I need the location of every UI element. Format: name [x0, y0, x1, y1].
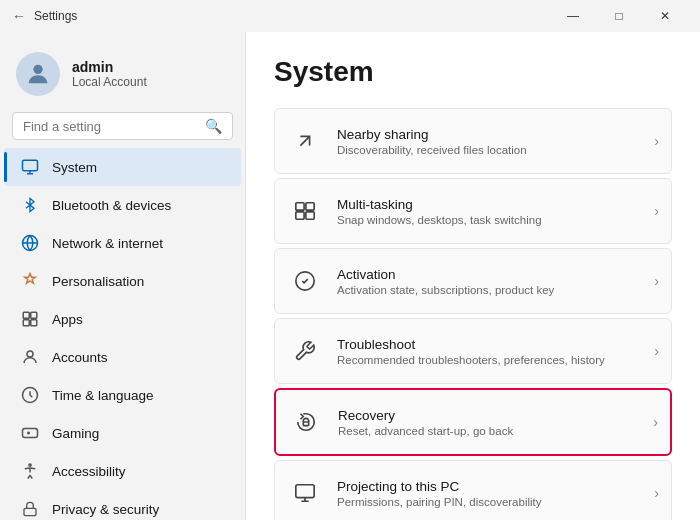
activation-title: Activation — [337, 267, 640, 282]
svg-rect-3 — [23, 312, 29, 318]
page-title: System — [274, 56, 672, 88]
troubleshoot-icon — [287, 333, 323, 369]
svg-rect-1 — [23, 160, 38, 171]
setting-item-troubleshoot[interactable]: Troubleshoot Recommended troubleshooters… — [274, 318, 672, 384]
time-icon — [20, 385, 40, 405]
nearby-sharing-arrow: › — [654, 133, 659, 149]
titlebar-title: Settings — [34, 9, 77, 23]
bluetooth-icon — [20, 195, 40, 215]
svg-rect-14 — [306, 203, 314, 210]
setting-item-recovery[interactable]: Recovery Reset, advanced start-up, go ba… — [274, 388, 672, 456]
setting-item-multi-tasking[interactable]: Multi-tasking Snap windows, desktops, ta… — [274, 178, 672, 244]
search-input[interactable] — [23, 119, 197, 134]
nav-item-gaming[interactable]: Gaming — [4, 414, 241, 452]
user-name: admin — [72, 59, 147, 75]
nav-item-personalisation[interactable]: Personalisation — [4, 262, 241, 300]
multi-tasking-text: Multi-tasking Snap windows, desktops, ta… — [337, 197, 640, 226]
setting-item-activation[interactable]: Activation Activation state, subscriptio… — [274, 248, 672, 314]
nav-item-bluetooth[interactable]: Bluetooth & devices — [4, 186, 241, 224]
search-icon: 🔍 — [205, 118, 222, 134]
projecting-title: Projecting to this PC — [337, 479, 640, 494]
apps-icon — [20, 309, 40, 329]
user-section: admin Local Account — [0, 40, 245, 112]
nearby-sharing-icon — [287, 123, 323, 159]
svg-rect-11 — [24, 508, 36, 515]
avatar — [16, 52, 60, 96]
nav-label-apps: Apps — [52, 312, 83, 327]
recovery-icon — [288, 404, 324, 440]
svg-rect-15 — [296, 212, 304, 219]
sidebar: admin Local Account 🔍 System Bluetooth &… — [0, 32, 245, 520]
troubleshoot-title: Troubleshoot — [337, 337, 640, 352]
system-icon — [20, 157, 40, 177]
svg-point-10 — [29, 464, 31, 466]
nav-label-gaming: Gaming — [52, 426, 99, 441]
multi-tasking-icon — [287, 193, 323, 229]
nav-label-accessibility: Accessibility — [52, 464, 126, 479]
multi-tasking-desc: Snap windows, desktops, task switching — [337, 214, 640, 226]
nearby-sharing-title: Nearby sharing — [337, 127, 640, 142]
search-box: 🔍 — [12, 112, 233, 140]
nav-item-privacy[interactable]: Privacy & security — [4, 490, 241, 520]
activation-text: Activation Activation state, subscriptio… — [337, 267, 640, 296]
activation-desc: Activation state, subscriptions, product… — [337, 284, 640, 296]
svg-rect-5 — [23, 320, 29, 326]
nav-label-personalisation: Personalisation — [52, 274, 144, 289]
nav-label-privacy: Privacy & security — [52, 502, 159, 517]
nav-item-accounts[interactable]: Accounts — [4, 338, 241, 376]
content-area: System Nearby sharing Discoverability, r… — [245, 32, 700, 520]
projecting-icon — [287, 475, 323, 511]
recovery-desc: Reset, advanced start-up, go back — [338, 425, 639, 437]
accessibility-icon — [20, 461, 40, 481]
maximize-button[interactable]: □ — [596, 0, 642, 32]
nav-label-time: Time & language — [52, 388, 154, 403]
multi-tasking-arrow: › — [654, 203, 659, 219]
multi-tasking-title: Multi-tasking — [337, 197, 640, 212]
svg-rect-19 — [296, 485, 314, 498]
svg-rect-6 — [31, 320, 37, 326]
nearby-sharing-text: Nearby sharing Discoverability, received… — [337, 127, 640, 156]
nav-item-network[interactable]: Network & internet — [4, 224, 241, 262]
titlebar-left: ← Settings — [12, 8, 77, 24]
nav-item-system[interactable]: System — [4, 148, 241, 186]
troubleshoot-arrow: › — [654, 343, 659, 359]
setting-item-nearby-sharing[interactable]: Nearby sharing Discoverability, received… — [274, 108, 672, 174]
gaming-icon — [20, 423, 40, 443]
personalisation-icon — [20, 271, 40, 291]
svg-rect-4 — [31, 312, 37, 318]
troubleshoot-desc: Recommended troubleshooters, preferences… — [337, 354, 640, 366]
nav-label-bluetooth: Bluetooth & devices — [52, 198, 171, 213]
back-icon[interactable]: ← — [12, 8, 26, 24]
setting-item-projecting[interactable]: Projecting to this PC Permissions, pairi… — [274, 460, 672, 520]
accounts-icon — [20, 347, 40, 367]
nav-label-network: Network & internet — [52, 236, 163, 251]
privacy-icon — [20, 499, 40, 519]
app-container: admin Local Account 🔍 System Bluetooth &… — [0, 32, 700, 520]
nav-item-apps[interactable]: Apps — [4, 300, 241, 338]
svg-rect-16 — [306, 212, 314, 219]
recovery-text: Recovery Reset, advanced start-up, go ba… — [338, 408, 639, 437]
recovery-arrow: › — [653, 414, 658, 430]
svg-point-0 — [33, 65, 42, 74]
activation-arrow: › — [654, 273, 659, 289]
svg-rect-18 — [303, 422, 309, 426]
nav-label-accounts: Accounts — [52, 350, 108, 365]
network-icon — [20, 233, 40, 253]
titlebar-controls: — □ ✕ — [550, 0, 688, 32]
svg-rect-13 — [296, 203, 304, 210]
nav-item-accessibility[interactable]: Accessibility — [4, 452, 241, 490]
svg-point-7 — [27, 351, 33, 357]
close-button[interactable]: ✕ — [642, 0, 688, 32]
nav-item-time[interactable]: Time & language — [4, 376, 241, 414]
projecting-text: Projecting to this PC Permissions, pairi… — [337, 479, 640, 508]
projecting-arrow: › — [654, 485, 659, 501]
recovery-title: Recovery — [338, 408, 639, 423]
troubleshoot-text: Troubleshoot Recommended troubleshooters… — [337, 337, 640, 366]
nearby-sharing-desc: Discoverability, received files location — [337, 144, 640, 156]
minimize-button[interactable]: — — [550, 0, 596, 32]
activation-icon — [287, 263, 323, 299]
titlebar: ← Settings — □ ✕ — [0, 0, 700, 32]
user-role: Local Account — [72, 75, 147, 89]
projecting-desc: Permissions, pairing PIN, discoverabilit… — [337, 496, 640, 508]
user-info: admin Local Account — [72, 59, 147, 89]
